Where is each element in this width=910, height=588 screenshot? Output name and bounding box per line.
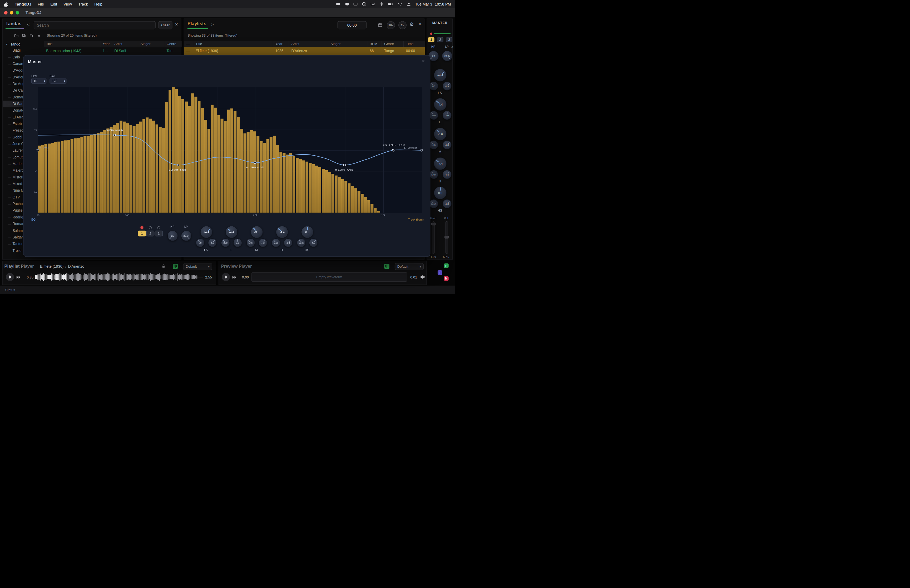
drag-handle-icon[interactable]: — [184,47,193,55]
column-header[interactable]: Title [44,41,100,47]
column-header[interactable]: BPM [367,41,382,47]
fps-select[interactable]: 10 ▲▼ [31,78,46,84]
gain-slider[interactable] [432,221,435,254]
m-freq-knob[interactable]: 1.0k [246,239,255,247]
zoom-window-button[interactable] [16,11,19,15]
column-header[interactable]: Genre [382,41,404,47]
h-q-knob[interactable]: 4.3 [284,239,293,247]
fade-20s-button[interactable]: 20s [387,21,395,29]
sidebar-lp-knob[interactable]: 20.0k [442,51,453,61]
column-header[interactable]: Title [193,41,273,47]
sidebar-ls-q-knob[interactable]: 4.3 [443,82,452,90]
lp-freq-knob[interactable]: 20.0k [181,231,192,241]
clear-search-button[interactable]: Clear [158,21,173,29]
output-device-select[interactable]: Default ▾ [395,263,423,270]
badge-m[interactable]: M [444,276,449,281]
preset-1-button[interactable]: 1 [428,37,435,42]
plot-area[interactable]: HP 20HzLS 80Hz +4.4dBL 250Hz -4.4dBM 1.0… [38,87,422,213]
eq-tab[interactable]: EQ [31,218,36,221]
menu-item-track[interactable]: Track [78,2,88,6]
gain-slider-thumb[interactable] [431,223,436,225]
play-button[interactable] [6,273,14,281]
tree-item[interactable]: Biagi [3,47,44,54]
sidebar-h-q-knob[interactable]: 4.3 [443,170,452,179]
search-input[interactable] [34,21,156,29]
l-gain-knob[interactable]: -4.4 [225,226,238,238]
audio-device-icon[interactable] [384,264,390,269]
gear-icon[interactable]: ⚙ [409,22,414,27]
table-row[interactable]: Bar exposicion (1943) 1... Di Sarli Tan.… [44,47,181,55]
playlists-forward-chevron[interactable]: > [211,22,214,27]
h-gain-knob[interactable]: -4.4 [276,226,288,238]
sidebar-l-freq-knob[interactable]: 250 [429,111,438,120]
sidebar-hs-gain-knob[interactable]: 0.0 [434,187,446,199]
badge-t[interactable]: T [438,270,442,275]
ls-freq-knob[interactable]: 80 [196,239,205,247]
battery-icon[interactable] [388,2,394,6]
sidebar-h-freq-knob[interactable]: 5.0k [429,170,438,179]
display-icon[interactable] [353,2,358,6]
collapse-all-icon[interactable] [37,34,41,38]
keyboard-icon[interactable] [370,2,375,6]
column-header[interactable]: Singer [328,41,367,47]
sidebar-hs-q-knob[interactable]: 4.3 [443,199,452,208]
m-q-knob[interactable]: 4.3 [259,239,267,247]
eq-point[interactable] [343,164,346,166]
playlist-row-selected[interactable]: — El flete (1936) 1936 D'Arienzo 66 Tang… [184,47,425,55]
preset-2-button[interactable]: 2 [146,231,154,236]
ls-q-knob[interactable]: 4.3 [208,239,217,247]
monitor-speaker-icon[interactable]: ◁ [451,45,453,48]
tandas-close-icon[interactable]: × [175,23,178,26]
fast-forward-icon[interactable] [232,275,237,279]
preset-2-button[interactable]: 2 [437,37,443,42]
sidebar-ls-gain-knob[interactable]: +4.4 [434,69,446,81]
hs-q-knob[interactable]: 4.3 [309,239,318,247]
menu-item-file[interactable]: File [38,2,44,6]
ls-gain-knob[interactable]: +4.4 [200,226,212,238]
sidebar-m-q-knob[interactable]: 4.3 [443,140,452,149]
eq-point[interactable] [37,149,39,152]
output-device-select[interactable]: Default ▾ [183,263,212,270]
calendar-icon[interactable] [378,23,383,27]
eq-curve[interactable] [38,87,422,213]
fade-2s-button[interactable]: 2s [398,21,407,29]
l-freq-knob[interactable]: 250 [221,239,230,247]
h-freq-knob[interactable]: 5.0k [272,239,280,247]
eq-point[interactable] [420,149,423,152]
playlist-time-input[interactable] [338,21,367,29]
channel-dot-3[interactable] [157,226,160,229]
sidebar-l-q-knob[interactable]: 3.0 [443,111,452,120]
l-q-knob[interactable]: 3.0 [233,239,242,247]
menu-item-help[interactable]: Help [94,2,102,6]
channel-dot-2[interactable] [149,226,152,229]
column-header[interactable]: Artist [112,41,138,47]
user-icon[interactable] [406,2,411,6]
eq-point[interactable] [254,162,257,164]
play-button[interactable] [222,273,230,281]
fast-forward-icon[interactable] [16,275,21,279]
column-header[interactable]: Singer [138,41,164,47]
minimize-window-button[interactable] [10,11,13,15]
bins-select[interactable]: 128 ▲▼ [50,78,66,84]
sidebar-l-gain-knob[interactable]: -4.4 [434,98,446,111]
lock-icon[interactable] [162,264,166,268]
playlists-close-icon[interactable]: × [419,23,422,26]
new-folder-icon[interactable] [14,34,19,38]
sidebar-m-freq-knob[interactable]: 1.0k [429,140,438,149]
chat-icon[interactable] [336,2,341,6]
menu-item-tangodj[interactable]: TangoDJ [15,2,31,6]
stage-manager-icon[interactable] [344,2,349,6]
column-header[interactable]: Genre [164,41,182,47]
tree-root[interactable]: ▼ Tango [5,42,20,47]
sidebar-hs-freq-knob[interactable]: 12.0k [429,199,438,208]
eq-point[interactable] [177,164,179,166]
hs-gain-knob[interactable]: 0.0 [301,226,314,238]
duplicate-icon[interactable] [22,34,26,38]
disclosure-triangle-icon[interactable]: ▼ [5,43,8,46]
column-header[interactable]: Year [100,41,112,47]
column-header[interactable]: — [184,41,193,47]
eq-point[interactable] [392,149,394,152]
sidebar-h-gain-knob[interactable]: -4.4 [434,157,446,170]
volume-slider-thumb[interactable] [444,236,449,239]
sort-icon[interactable] [29,34,34,38]
